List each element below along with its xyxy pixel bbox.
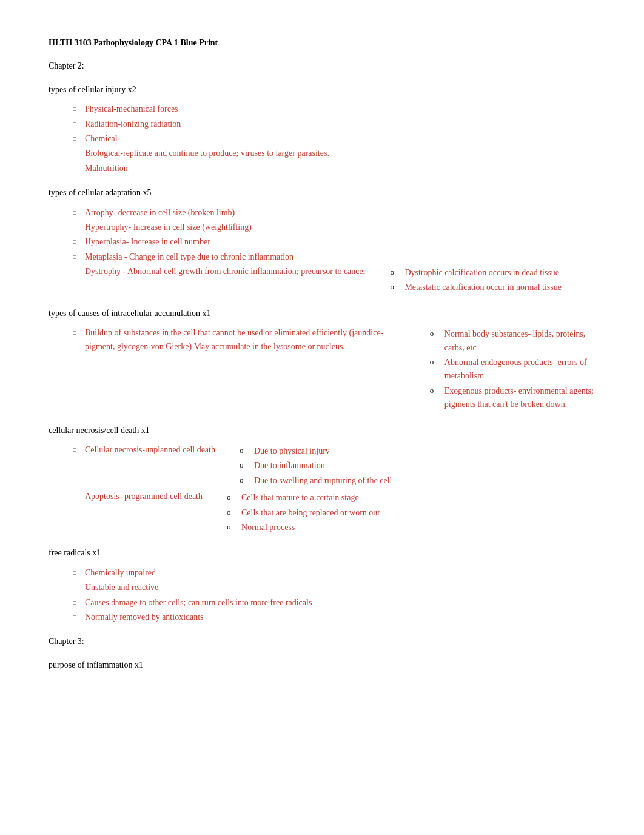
bullet-icon: □ [73,237,80,247]
list-item-text: Chemical- [85,132,120,146]
list-item: □Malnutrition [73,162,595,175]
section-0-0: types of cellular injury x2□Physical-mec… [49,83,595,175]
sub-bullet-icon: o [390,266,400,279]
list-item: □Hyperplasia- Increase in cell number [73,235,595,249]
list-item-text: Biological-replicate and continue to pro… [85,147,329,160]
section-0-1: types of cellular adaptation x5□Atrophy-… [49,186,595,296]
bullet-icon: □ [73,612,80,622]
sub-bullet-icon: o [240,474,249,487]
list-item: □Atrophy- decrease in cell size (broken … [73,206,595,220]
sub-list-item-text: Normal body substances- lipids, proteins… [444,327,595,355]
sub-list-item: oDystrophic calcification occurs in dead… [390,266,562,280]
sub-bullet-icon: o [390,281,400,293]
list-item-text: Hyperplasia- Increase in cell number [85,235,210,249]
bullet-icon: □ [73,149,80,158]
list-item-text: Chemically unpaired [85,566,156,580]
sub-list-item-text: Metastatic calcification occur in normal… [404,281,562,294]
bullet-icon: □ [73,267,80,277]
bullet-icon: □ [73,598,80,608]
bullet-icon: □ [73,583,80,592]
sub-bullet-icon: o [430,384,440,397]
bullet-icon: □ [73,492,80,501]
section-0-3: cellular necrosis/cell death x1□Cellular… [49,424,595,536]
bullet-icon: □ [73,104,80,114]
sub-list-item-text: Due to inflammation [254,459,325,472]
list-item-text: Dystrophy - Abnormal cell growth from ch… [85,265,366,278]
chapter-0: Chapter 2:types of cellular injury x2□Ph… [49,59,595,624]
sub-bullet-icon: o [227,506,236,519]
list-item: □Metaplasia - Change in cell type due to… [73,250,595,264]
section-0-4: free radicals x1□Chemically unpaired□Uns… [49,546,595,624]
list-item-text: Radiation-ionizing radiation [85,118,181,131]
list-item: □Unstable and reactive [73,581,595,594]
list-item-text: Unstable and reactive [85,581,158,594]
sub-list-item-text: Abnormal endogenous products- errors of … [444,356,595,383]
bullet-list-0-1: □Atrophy- decrease in cell size (broken … [49,206,595,296]
sub-list: oCells that mature to a certain stageoCe… [203,491,380,535]
sub-list-item-text: Due to swelling and rupturing of the cel… [254,474,392,488]
chapter-heading-1: Chapter 3: [49,635,595,648]
sub-list-item: oDue to inflammation [240,459,392,472]
sub-list-item-text: Due to physical injury [254,444,330,458]
bullet-icon: □ [73,568,80,578]
section-1-0: purpose of inflammation x1 [49,659,595,672]
list-item-text: Apoptosis- programmed cell death [85,490,203,503]
section-heading-0-4: free radicals x1 [49,546,595,560]
list-item: □Hypertrophy- Increase in cell size (wei… [73,221,595,234]
sub-list-item: oCells that are being replaced or worn o… [227,506,380,520]
sub-list-item: oExogenous products- environmental agent… [430,384,595,412]
bullet-icon: □ [73,328,80,338]
list-item-text: Cellular necrosis-unplanned cell death [85,443,215,457]
sub-bullet-icon: o [227,491,236,504]
sub-bullet-icon: o [430,356,440,369]
section-0-2: types of causes of intracellular accumul… [49,307,595,413]
chapter-heading-0: Chapter 2: [49,59,595,73]
section-heading-0-3: cellular necrosis/cell death x1 [49,424,595,437]
list-item-text: Malnutrition [85,162,128,175]
bullet-icon: □ [73,445,80,455]
list-item: □Physical-mechanical forces [73,102,595,116]
section-heading-0-0: types of cellular injury x2 [49,83,595,96]
list-item: □Radiation-ionizing radiation [73,118,595,131]
list-item-text: Metaplasia - Change in cell type due to … [85,250,293,264]
bullet-list-0-2: □Buildup of substances in the cell that … [49,326,595,412]
sub-list-item-text: Exogenous products- environmental agents… [444,384,595,412]
sub-list: oDue to physical injuryoDue to inflammat… [215,444,392,489]
bullet-icon: □ [73,134,80,144]
sub-list-item-text: Normal process [241,521,295,534]
bullet-icon: □ [73,119,80,129]
list-item: □Biological-replicate and continue to pr… [73,147,595,160]
list-item-text: Buildup of substances in the cell that c… [85,326,406,354]
sub-list-item: oDue to physical injury [240,444,392,458]
sub-list-item-text: Cells that mature to a certain stage [241,491,359,505]
sub-list-item: oCells that mature to a certain stage [227,491,380,505]
section-heading-0-1: types of cellular adaptation x5 [49,186,595,200]
list-item: □Buildup of substances in the cell that … [73,326,595,412]
bullet-list-0-0: □Physical-mechanical forces□Radiation-io… [49,102,595,175]
chapter-1: Chapter 3:purpose of inflammation x1 [49,635,595,672]
list-item: □Dystrophy - Abnormal cell growth from c… [73,265,595,296]
list-item: □Normally removed by antioxidants [73,611,595,624]
bullet-list-0-4: □Chemically unpaired□Unstable and reacti… [49,566,595,625]
list-item-text: Hypertrophy- Increase in cell size (weig… [85,221,252,234]
sub-list-item: oDue to swelling and rupturing of the ce… [240,474,392,488]
sub-list: oDystrophic calcification occurs in dead… [366,266,562,296]
list-item: □Causes damage to other cells; can turn … [73,596,595,609]
sub-bullet-icon: o [240,459,249,472]
sub-list: oNormal body substances- lipids, protein… [406,327,595,412]
bullet-list-0-3: □Cellular necrosis-unplanned cell deatho… [49,443,595,535]
sub-bullet-icon: o [240,444,249,457]
list-item: □Chemically unpaired [73,566,595,580]
bullet-icon: □ [73,223,80,232]
list-item-text: Physical-mechanical forces [85,102,178,116]
sub-list-item: oNormal body substances- lipids, protein… [430,327,595,355]
list-item-text: Causes damage to other cells; can turn c… [85,596,312,609]
list-item: □Apoptosis- programmed cell deathoCells … [73,490,595,535]
sub-bullet-icon: o [227,521,236,534]
sub-bullet-icon: o [430,327,440,340]
sub-list-item: oMetastatic calcification occur in norma… [390,281,562,294]
page-wrapper: HLTH 3103 Pathophysiology CPA 1 Blue Pri… [49,36,595,672]
sub-list-item: oNormal process [227,521,380,534]
list-item-text: Normally removed by antioxidants [85,611,204,624]
section-heading-1-0: purpose of inflammation x1 [49,659,595,672]
